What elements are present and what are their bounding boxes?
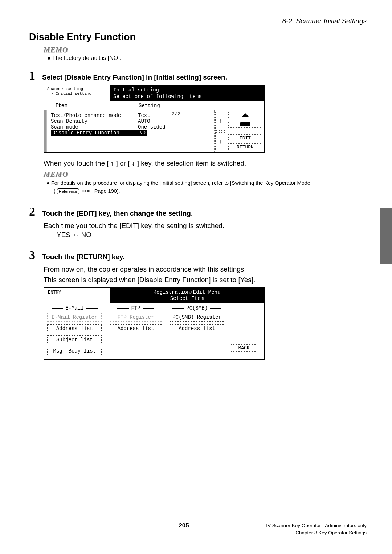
entry-label: ENTRY xyxy=(44,288,110,303)
email-subject-list-button[interactable]: Subject list xyxy=(47,335,102,344)
table-row: Scan Density AUTO xyxy=(51,118,211,124)
step3-title: Touch the [RETURN] key. xyxy=(42,253,124,261)
footer-right-2: Chapter 8 Key Operator Settings xyxy=(266,529,367,537)
col-setting-header: Setting xyxy=(139,103,264,109)
ftp-register-button[interactable]: FTP Register xyxy=(109,313,163,322)
page-indicator: 2/2 xyxy=(169,111,183,117)
step1-title: Select [Disable Entry Function] in [Init… xyxy=(42,73,227,81)
step3-body1: From now on, the copier operates in acco… xyxy=(44,264,367,275)
step1-memo-line1: ● For details on the procedure for displ… xyxy=(46,179,367,187)
shot1-subtitle: Select one of following items xyxy=(113,93,261,100)
reference-box: Reference xyxy=(57,188,79,194)
memo-label-1: MEMO xyxy=(44,46,367,54)
email-msg-body-list-button[interactable]: Msg. Body list xyxy=(47,347,102,355)
col-email-label: E-Mail xyxy=(65,305,83,311)
step1-caption: When you touch the [ ↑ ] or [ ↓ ] key, t… xyxy=(44,158,367,169)
email-address-list-button[interactable]: Address list xyxy=(47,324,102,333)
shot2-title: Registration/Edit Menu xyxy=(113,289,261,296)
side-tab xyxy=(380,208,392,264)
edit-button[interactable]: EDIT xyxy=(228,134,262,142)
shot1-title: Initial setting xyxy=(113,87,261,93)
table-row: Scan mode One sided xyxy=(51,124,211,130)
section-path: 8-2. Scanner Initial Settings xyxy=(29,17,367,25)
breadcrumb: Scanner setting └ Initial setting xyxy=(44,85,110,101)
breadcrumb-2: Initial setting xyxy=(56,91,91,96)
back-button[interactable]: BACK xyxy=(231,344,257,352)
memo1-bullet: ● The factory default is [NO]. xyxy=(47,55,367,61)
row-item: Text/Photo enhance mode xyxy=(51,113,138,118)
home-button[interactable] xyxy=(228,112,262,119)
breadcrumb-1: Scanner setting xyxy=(47,87,107,91)
screenshot-registration-menu: ENTRY Registration/Edit Menu Select Item… xyxy=(44,287,265,360)
shot2-subtitle: Select Item xyxy=(113,296,261,302)
svg-point-0 xyxy=(82,190,84,192)
ftp-address-list-button[interactable]: Address list xyxy=(109,324,163,333)
row-setting: AUTO xyxy=(138,118,211,124)
page-number: 205 xyxy=(179,522,189,529)
memo-label-2: MEMO xyxy=(44,170,367,179)
arrow-down-button[interactable]: ↓ xyxy=(215,132,226,151)
screenshot-initial-setting: Scanner setting └ Initial setting Initia… xyxy=(44,85,265,153)
row-item: Scan Density xyxy=(51,118,138,124)
step1-number: 1 xyxy=(29,69,42,82)
row-item-selected: Disable Entry Function xyxy=(52,130,128,136)
table-row-selected[interactable]: Disable Entry Function NO xyxy=(51,130,147,136)
table-row: Text/Photo enhance mode Text xyxy=(51,113,211,118)
step2-title: Touch the [EDIT] key, then change the se… xyxy=(42,209,193,217)
col-pcsmb-label: PC(SMB) xyxy=(186,305,208,311)
chevron-right-icon xyxy=(82,187,91,195)
footer-right-1: IV Scanner Key Operator - Administrators… xyxy=(266,522,367,529)
col-item-header: Item xyxy=(44,103,139,109)
step2-body: Each time you touch the [EDIT] key, the … xyxy=(44,221,367,231)
page-title: Disable Entry Function xyxy=(29,32,367,43)
return-button[interactable]: RETURN xyxy=(228,143,262,151)
col-ftp-label: FTP xyxy=(131,305,140,311)
step2-number: 2 xyxy=(29,205,42,219)
row-item: Scan mode xyxy=(51,124,138,130)
pcsmb-address-list-button[interactable]: Address list xyxy=(170,324,224,333)
step3-number: 3 xyxy=(29,248,42,262)
level-button[interactable] xyxy=(228,121,262,128)
step3-body2: This screen is displayed when [Disable E… xyxy=(44,275,367,285)
email-register-button[interactable]: E-Mail Register xyxy=(47,313,102,322)
arrow-up-button[interactable]: ↑ xyxy=(215,112,226,131)
step1-memo-tail: Page 190). xyxy=(94,188,120,194)
row-setting: One sided xyxy=(138,124,211,130)
step2-toggle: YES ↔ NO xyxy=(57,231,367,239)
row-setting-selected: NO xyxy=(128,130,146,136)
svg-point-1 xyxy=(84,190,86,192)
page-footer: 205 IV Scanner Key Operator - Administra… xyxy=(29,519,367,537)
pcsmb-register-button[interactable]: PC(SMB) Register xyxy=(170,313,224,322)
